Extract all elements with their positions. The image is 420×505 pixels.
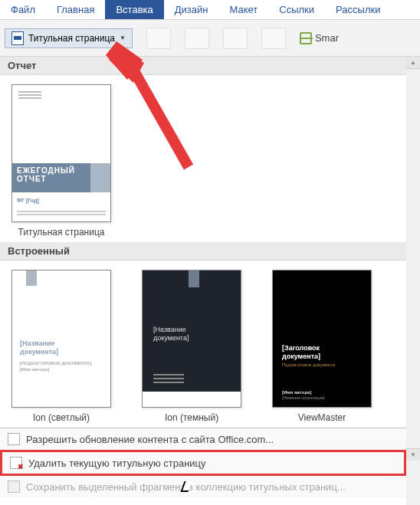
template-ion-light-preview: [Название документа] [ПОДЗАГОЛОВОК ДОКУМ… xyxy=(11,270,111,408)
viewmaster-title2: документа] xyxy=(282,353,320,361)
viewmaster-sub: Подзаголовок документа xyxy=(282,362,335,367)
template-report-preview: ЕЖЕГОДНЫЙ ОТЧЕТ ФГ [Год] xyxy=(11,84,111,222)
tab-mailings[interactable]: Рассылки xyxy=(325,0,391,19)
viewmaster-foot2: [Название организации] xyxy=(282,395,325,400)
tab-insert[interactable]: Вставка xyxy=(105,0,163,19)
tab-file[interactable]: Файл xyxy=(0,0,46,19)
title-page-label: Титульная страница xyxy=(28,33,115,44)
table-button[interactable] xyxy=(146,28,171,49)
group-header-builtin: Встроенный xyxy=(0,242,406,261)
template-ion-dark-label: Ion (темный) xyxy=(165,412,218,423)
tab-references[interactable]: Ссылки xyxy=(268,0,325,19)
ribbon: Титульная страница ▼ Smar xyxy=(0,20,420,57)
gallery-bottom-menu: Разрешить обновление контента с сайта Of… xyxy=(0,428,406,497)
template-report[interactable]: ЕЖЕГОДНЫЙ ОТЧЕТ ФГ [Год] Титульная стран… xyxy=(8,84,115,238)
tab-home[interactable]: Главная xyxy=(46,0,105,19)
title-page-dropdown[interactable]: Титульная страница ▼ xyxy=(5,28,133,48)
ion-dark-title1: [Название xyxy=(153,326,189,334)
report-meta: ФГ [Год] xyxy=(17,198,39,203)
report-band-line1: ЕЖЕГОДНЫЙ xyxy=(17,166,86,175)
template-ion-light-label: Ion (светлый) xyxy=(33,412,90,423)
smartart-button[interactable]: Smar xyxy=(300,28,339,49)
menu-delete-title-page[interactable]: Удалить текущую титульную страницу xyxy=(0,450,406,476)
ion-light-meta1: [ПОДЗАГОЛОВОК ДОКУМЕНТА] xyxy=(20,361,92,366)
group-header-report: Отчет xyxy=(0,57,406,75)
ion-light-title2: документа] xyxy=(20,348,58,356)
menu-save-label: Сохранить выделенный фрагмент в коллекци… xyxy=(26,481,346,493)
chevron-down-icon: ▼ xyxy=(120,34,126,41)
smartart-label: Smar xyxy=(315,32,339,44)
online-pictures-button[interactable] xyxy=(223,28,248,49)
scroll-down-button[interactable]: ▼ xyxy=(406,448,420,461)
viewmaster-foot1: [Имя автора] xyxy=(282,390,311,395)
smartart-icon xyxy=(300,32,312,44)
template-ion-dark[interactable]: [Название документа] Ion (темный) xyxy=(138,270,245,423)
ion-light-title1: [Название xyxy=(20,339,58,348)
menu-save-selection: Сохранить выделенный фрагмент в коллекци… xyxy=(0,476,406,497)
ion-light-meta2: [Имя автора] xyxy=(20,367,49,372)
ion-dark-title2: документа] xyxy=(153,334,189,343)
template-viewmaster-preview: [Заголовок документа] Подзаголовок докум… xyxy=(272,270,372,408)
title-page-gallery: ▲ ▼ Отчет ЕЖЕГОДНЫЙ ОТЧЕТ ФГ [Год] Титул… xyxy=(0,57,420,505)
ribbon-tabs: Файл Главная Вставка Дизайн Макет Ссылки… xyxy=(0,0,420,20)
pictures-button[interactable] xyxy=(185,28,209,49)
shapes-button[interactable] xyxy=(261,28,286,49)
template-viewmaster-label: ViewMaster xyxy=(298,412,346,423)
title-page-icon xyxy=(11,31,24,45)
delete-page-icon xyxy=(10,457,22,469)
update-icon xyxy=(8,433,20,445)
menu-delete-label: Удалить текущую титульную страницу xyxy=(28,457,206,469)
report-band-line2: ОТЧЕТ xyxy=(17,175,86,183)
tab-layout[interactable]: Макет xyxy=(218,0,268,19)
scroll-up-button[interactable]: ▲ xyxy=(406,57,420,69)
group-body-builtin: [Название документа] [ПОДЗАГОЛОВОК ДОКУМ… xyxy=(0,261,406,428)
menu-update-label: Разрешить обновление контента с сайта Of… xyxy=(26,434,274,445)
save-selection-icon xyxy=(8,480,20,493)
template-viewmaster[interactable]: [Заголовок документа] Подзаголовок докум… xyxy=(268,270,376,423)
template-report-label: Титульная страница xyxy=(18,227,105,238)
tab-design[interactable]: Дизайн xyxy=(164,0,219,19)
template-ion-dark-preview: [Название документа] xyxy=(142,270,241,408)
viewmaster-title1: [Заголовок xyxy=(282,344,320,353)
template-ion-light[interactable]: [Название документа] [ПОДЗАГОЛОВОК ДОКУМ… xyxy=(8,270,115,423)
group-body-report: ЕЖЕГОДНЫЙ ОТЧЕТ ФГ [Год] Титульная стран… xyxy=(0,75,406,242)
menu-update-from-office[interactable]: Разрешить обновление контента с сайта Of… xyxy=(0,428,406,450)
